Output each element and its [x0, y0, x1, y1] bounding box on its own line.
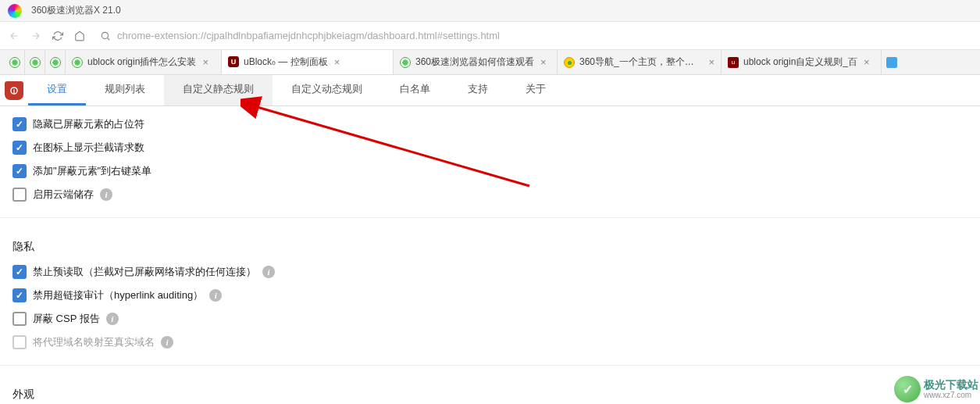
- tab-label: uBlock₀ — 控制面板: [244, 55, 328, 69]
- privacy-section-header: 隐私: [12, 240, 968, 254]
- favicon-icon: [564, 57, 575, 68]
- info-icon[interactable]: i: [161, 336, 173, 349]
- checkbox[interactable]: [12, 188, 27, 202]
- info-icon[interactable]: i: [209, 289, 222, 302]
- setting-hide-placeholders: 隐藏已屏蔽元素的占位符: [12, 117, 968, 131]
- watermark-logo-icon: ✓: [894, 376, 921, 402]
- browser-tab[interactable]: u ublock origin自定义规则_百 ×: [722, 50, 882, 74]
- home-button[interactable]: [72, 28, 87, 44]
- close-icon[interactable]: ×: [334, 56, 340, 68]
- browser-tab[interactable]: [45, 50, 66, 74]
- ublock-favicon-icon: U: [228, 56, 239, 67]
- tab-about[interactable]: 关于: [507, 75, 565, 105]
- setting-label: 禁止预读取（拦截对已屏蔽网络请求的任何连接）: [33, 265, 256, 279]
- watermark: ✓ 极光下载站 www.xz7.com: [894, 376, 978, 402]
- appearance-section-header: 外观: [12, 388, 968, 402]
- setting-disable-hyperlink-auditing: 禁用超链接审计（hyperlink auditing） i: [12, 288, 968, 302]
- divider: [0, 217, 980, 218]
- checkbox[interactable]: [12, 117, 27, 131]
- checkbox[interactable]: [12, 141, 27, 155]
- watermark-text: 极光下载站 www.xz7.com: [924, 379, 978, 399]
- tab-whitelist[interactable]: 白名单: [381, 75, 449, 105]
- info-icon[interactable]: i: [262, 266, 275, 278]
- setting-label: 隐藏已屏蔽元素的占位符: [33, 117, 144, 131]
- close-icon[interactable]: ×: [708, 56, 715, 68]
- forward-button[interactable]: [28, 28, 44, 44]
- favicon-icon: [30, 57, 41, 68]
- setting-uncloak-cname: 将代理域名映射至真实域名 i: [12, 335, 968, 349]
- close-icon[interactable]: ×: [202, 56, 208, 68]
- favicon-icon: [50, 57, 61, 68]
- svg-rect-2: [13, 89, 14, 93]
- browser-tab[interactable]: 360导航_一个主页，整个世界 ×: [558, 50, 722, 74]
- setting-cloud-storage: 启用云端储存 i: [12, 188, 968, 202]
- search-icon: [100, 30, 111, 41]
- browser-tab[interactable]: ublock origin插件怎么安装 ×: [66, 50, 222, 74]
- browser-tab[interactable]: [5, 50, 25, 74]
- setting-label: 禁用超链接审计（hyperlink auditing）: [33, 288, 203, 302]
- tab-my-rules[interactable]: 自定义动态规则: [273, 75, 381, 105]
- browser-tab[interactable]: [882, 50, 902, 74]
- browser-logo-icon: [8, 4, 22, 18]
- shield-icon: [5, 81, 23, 100]
- close-icon[interactable]: ×: [864, 56, 870, 68]
- info-icon[interactable]: i: [106, 313, 119, 325]
- browser-tab[interactable]: [25, 50, 45, 74]
- checkbox: [12, 335, 27, 349]
- ublock-favicon-icon: u: [728, 57, 739, 68]
- divider: [0, 365, 980, 366]
- browser-tab-active[interactable]: U uBlock₀ — 控制面板 ×: [222, 50, 394, 75]
- settings-content: 隐藏已屏蔽元素的占位符 在图标上显示拦截请求数 添加"屏蔽元素"到右键菜单 启用…: [0, 106, 980, 404]
- back-button[interactable]: [6, 28, 22, 44]
- favicon-icon: [886, 57, 897, 68]
- tab-filter-lists[interactable]: 规则列表: [86, 75, 164, 105]
- ublock-nav-tabs: 设置 规则列表 自定义静态规则 自定义动态规则 白名单 支持 关于: [0, 75, 980, 106]
- reload-button[interactable]: [50, 28, 66, 44]
- close-icon[interactable]: ×: [540, 56, 547, 68]
- svg-point-0: [102, 32, 108, 38]
- watermark-name: 极光下载站: [924, 379, 978, 391]
- tab-support[interactable]: 支持: [449, 75, 507, 105]
- address-bar-row: chrome-extension://cjpalhdlnbpafiamejdnh…: [0, 22, 980, 50]
- setting-show-badge: 在图标上显示拦截请求数: [12, 141, 968, 155]
- tab-my-filters[interactable]: 自定义静态规则: [164, 75, 273, 105]
- browser-tabs: ublock origin插件怎么安装 × U uBlock₀ — 控制面板 ×…: [0, 50, 980, 75]
- url-input[interactable]: chrome-extension://cjpalhdlnbpafiamejdnh…: [94, 25, 974, 47]
- ublock-logo: [0, 75, 28, 105]
- favicon-icon: [9, 57, 20, 68]
- tab-settings[interactable]: 设置: [28, 75, 86, 105]
- setting-context-menu: 添加"屏蔽元素"到右键菜单: [12, 164, 968, 178]
- setting-label: 添加"屏蔽元素"到右键菜单: [33, 164, 151, 178]
- checkbox[interactable]: [12, 164, 27, 178]
- setting-label: 将代理域名映射至真实域名: [33, 335, 155, 349]
- window-titlebar: 360极速浏览器X 21.0: [0, 0, 980, 22]
- checkbox[interactable]: [12, 288, 27, 302]
- browser-tab[interactable]: 360极速浏览器如何倍速观看 ×: [394, 50, 558, 74]
- setting-block-csp: 屏蔽 CSP 报告 i: [12, 312, 968, 326]
- favicon-icon: [72, 57, 83, 68]
- tab-label: 360极速浏览器如何倍速观看: [415, 55, 534, 69]
- url-text: chrome-extension://cjpalhdlnbpafiamejdnh…: [117, 30, 968, 41]
- favicon-icon: [400, 57, 411, 68]
- checkbox[interactable]: [12, 312, 27, 326]
- watermark-url: www.xz7.com: [924, 391, 978, 399]
- setting-label: 启用云端储存: [33, 188, 94, 202]
- checkbox[interactable]: [12, 265, 27, 279]
- setting-label: 屏蔽 CSP 报告: [33, 312, 100, 326]
- setting-disable-prefetch: 禁止预读取（拦截对已屏蔽网络请求的任何连接） i: [12, 265, 968, 279]
- tab-label: 360导航_一个主页，整个世界: [579, 55, 702, 69]
- info-icon[interactable]: i: [100, 188, 112, 201]
- tab-label: ublock origin自定义规则_百: [743, 55, 857, 69]
- setting-label: 在图标上显示拦截请求数: [33, 141, 144, 155]
- tab-label: ublock origin插件怎么安装: [87, 55, 196, 69]
- window-title: 360极速浏览器X 21.0: [31, 4, 121, 17]
